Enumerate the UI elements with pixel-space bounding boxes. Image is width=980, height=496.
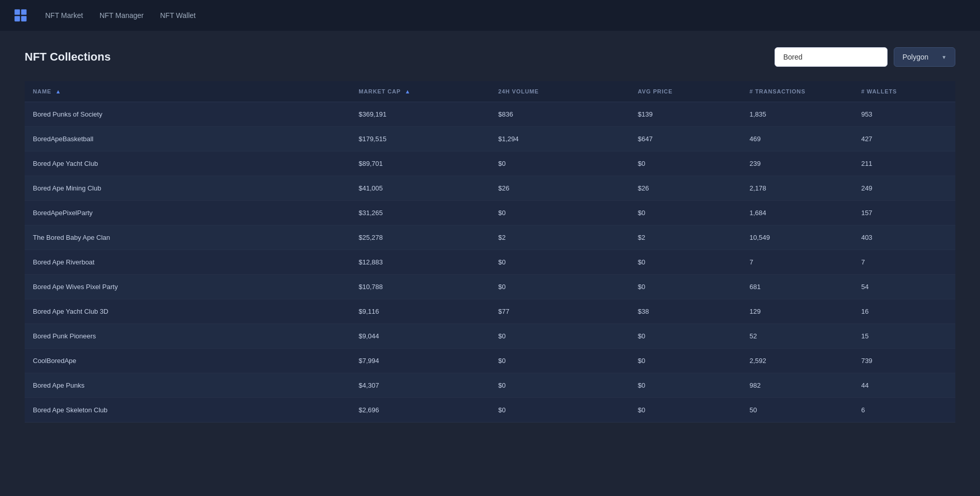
cell-value: $0 xyxy=(630,250,741,275)
cell-value: $9,044 xyxy=(350,324,490,349)
cell-value: 982 xyxy=(741,373,853,398)
table-row[interactable]: BoredApeBasketball$179,515$1,294$6474694… xyxy=(25,127,955,151)
cell-value: $38 xyxy=(630,299,741,324)
cell-value: $89,701 xyxy=(350,151,490,176)
cell-value: $0 xyxy=(630,398,741,423)
cell-value: $0 xyxy=(630,324,741,349)
cell-value: 239 xyxy=(741,151,853,176)
cell-value: $7,994 xyxy=(350,349,490,373)
col-header-transactions: # TRANSACTIONS xyxy=(741,81,853,102)
cell-value: 50 xyxy=(741,398,853,423)
cell-value: $2 xyxy=(490,225,630,250)
cell-value: $9,116 xyxy=(350,299,490,324)
sort-icon-marketcap: ▲ xyxy=(405,88,411,94)
cell-value: $369,191 xyxy=(350,102,490,127)
table-row[interactable]: Bored Punk Pioneers$9,044$0$05215 xyxy=(25,324,955,349)
svg-rect-2 xyxy=(14,16,20,21)
nav-link-nft-manager[interactable]: NFT Manager xyxy=(100,9,144,22)
cell-name: BoredApePixelParty xyxy=(25,201,350,225)
cell-value: $647 xyxy=(630,127,741,151)
col-header-name: NAME ▲ xyxy=(25,81,350,102)
page-header: NFT Collections Polygon ▼ xyxy=(25,47,955,67)
cell-value: 7 xyxy=(853,250,955,275)
nav-link-nft-wallet[interactable]: NFT Wallet xyxy=(160,9,196,22)
cell-value: 44 xyxy=(853,373,955,398)
cell-value: 403 xyxy=(853,225,955,250)
cell-value: $0 xyxy=(490,324,630,349)
cell-value: $0 xyxy=(490,373,630,398)
page-title: NFT Collections xyxy=(25,50,110,64)
cell-value: 15 xyxy=(853,324,955,349)
cell-value: 2,178 xyxy=(741,176,853,201)
table-row[interactable]: Bored Ape Riverboat$12,883$0$077 xyxy=(25,250,955,275)
main-content: NFT Collections Polygon ▼ NAME ▲ MARKET … xyxy=(0,31,980,439)
table-row[interactable]: Bored Ape Mining Club$41,005$26$262,1782… xyxy=(25,176,955,201)
cell-value: 249 xyxy=(853,176,955,201)
cell-value: $0 xyxy=(490,151,630,176)
col-header-avg-price: AVG PRICE xyxy=(630,81,741,102)
cell-value: $4,307 xyxy=(350,373,490,398)
col-header-wallets: # WALLETS xyxy=(853,81,955,102)
cell-name: CoolBoredApe xyxy=(25,349,350,373)
table-header-row: NAME ▲ MARKET CAP ▲ 24H VOLUME AVG PRICE… xyxy=(25,81,955,102)
cell-value: 7 xyxy=(741,250,853,275)
nav-link-nft-market[interactable]: NFT Market xyxy=(45,9,83,22)
col-header-market-cap: MARKET CAP ▲ xyxy=(350,81,490,102)
table-row[interactable]: Bored Ape Wives Pixel Party$10,788$0$068… xyxy=(25,275,955,299)
svg-rect-3 xyxy=(21,16,26,21)
table-row[interactable]: The Bored Baby Ape Clan$25,278$2$210,549… xyxy=(25,225,955,250)
chevron-down-icon: ▼ xyxy=(941,54,947,60)
svg-rect-1 xyxy=(21,9,26,14)
cell-value: $12,883 xyxy=(350,250,490,275)
cell-name: BoredApeBasketball xyxy=(25,127,350,151)
cell-value: $139 xyxy=(630,102,741,127)
cell-value: 129 xyxy=(741,299,853,324)
network-dropdown[interactable]: Polygon ▼ xyxy=(894,47,955,67)
cell-value: $2,696 xyxy=(350,398,490,423)
table-row[interactable]: Bored Ape Yacht Club$89,701$0$0239211 xyxy=(25,151,955,176)
col-header-volume: 24H VOLUME xyxy=(490,81,630,102)
cell-value: 6 xyxy=(853,398,955,423)
cell-value: $41,005 xyxy=(350,176,490,201)
search-input[interactable] xyxy=(775,47,888,67)
cell-name: Bored Ape Riverboat xyxy=(25,250,350,275)
cell-value: $0 xyxy=(490,275,630,299)
cell-value: 681 xyxy=(741,275,853,299)
cell-value: $1,294 xyxy=(490,127,630,151)
cell-value: $0 xyxy=(630,349,741,373)
cell-value: 1,684 xyxy=(741,201,853,225)
cell-value: $0 xyxy=(630,201,741,225)
table-row[interactable]: BoredApePixelParty$31,265$0$01,684157 xyxy=(25,201,955,225)
navigation: NFT Market NFT Manager NFT Wallet xyxy=(0,0,980,31)
cell-value: 2,592 xyxy=(741,349,853,373)
dropdown-label: Polygon xyxy=(902,53,929,61)
cell-name: Bored Ape Wives Pixel Party xyxy=(25,275,350,299)
cell-value: $836 xyxy=(490,102,630,127)
table-row[interactable]: Bored Ape Punks$4,307$0$098244 xyxy=(25,373,955,398)
table-row[interactable]: Bored Ape Yacht Club 3D$9,116$77$3812916 xyxy=(25,299,955,324)
cell-value: $25,278 xyxy=(350,225,490,250)
cell-value: $0 xyxy=(490,398,630,423)
table-header: NAME ▲ MARKET CAP ▲ 24H VOLUME AVG PRICE… xyxy=(25,81,955,102)
cell-value: 1,835 xyxy=(741,102,853,127)
cell-value: 211 xyxy=(853,151,955,176)
table-row[interactable]: Bored Punks of Society$369,191$836$1391,… xyxy=(25,102,955,127)
header-controls: Polygon ▼ xyxy=(775,47,955,67)
cell-value: $31,265 xyxy=(350,201,490,225)
cell-value: $10,788 xyxy=(350,275,490,299)
cell-value: $179,515 xyxy=(350,127,490,151)
cell-value: $0 xyxy=(630,275,741,299)
cell-name: Bored Ape Yacht Club 3D xyxy=(25,299,350,324)
cell-value: 16 xyxy=(853,299,955,324)
table-row[interactable]: CoolBoredApe$7,994$0$02,592739 xyxy=(25,349,955,373)
cell-value: $26 xyxy=(490,176,630,201)
cell-name: Bored Ape Skeleton Club xyxy=(25,398,350,423)
cell-value: $0 xyxy=(630,151,741,176)
cell-value: 427 xyxy=(853,127,955,151)
cell-name: Bored Ape Mining Club xyxy=(25,176,350,201)
cell-name: Bored Punks of Society xyxy=(25,102,350,127)
table-body: Bored Punks of Society$369,191$836$1391,… xyxy=(25,102,955,423)
cell-value: $77 xyxy=(490,299,630,324)
cell-value: 739 xyxy=(853,349,955,373)
table-row[interactable]: Bored Ape Skeleton Club$2,696$0$0506 xyxy=(25,398,955,423)
